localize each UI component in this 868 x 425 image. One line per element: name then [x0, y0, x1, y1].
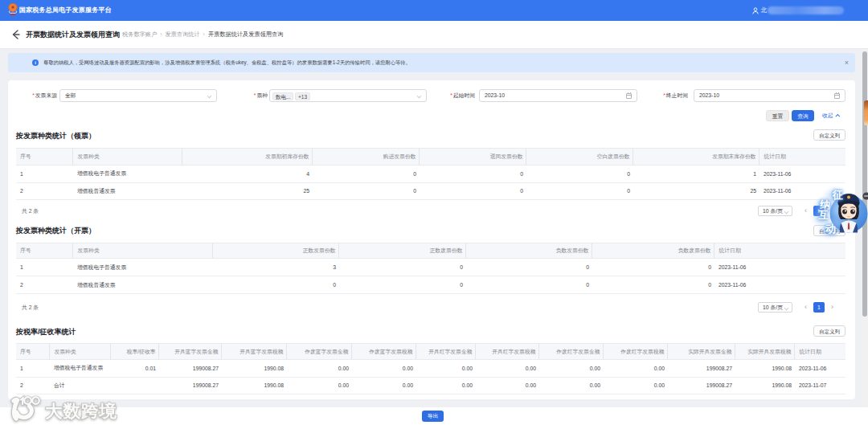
query-button[interactable]: 查询 [792, 110, 814, 121]
cell: 0.00 [286, 360, 351, 378]
back-button[interactable] [10, 28, 20, 41]
cell: 2023-11-06 [794, 360, 845, 378]
cell: 4 [182, 166, 312, 183]
next-page-button[interactable]: › [831, 302, 833, 313]
total-count: 共 2 条 [22, 302, 39, 313]
table-row: 2增值税普通发票00002023-11-06 [16, 276, 845, 294]
invoice-source-select[interactable]: 全部 [59, 89, 217, 102]
page-size-select[interactable]: 10 条/页 [758, 302, 792, 313]
cell: 合计 [49, 377, 110, 394]
table-row: 1增值税电子普通发票30002023-11-06 [16, 259, 845, 276]
table-body: 1增值税电子普通发票30002023-11-062增值税普通发票00002023… [16, 259, 845, 294]
chevron-down-icon [784, 210, 788, 214]
cell: 0.00 [351, 360, 416, 378]
column-header: 退回发票份数 [419, 149, 526, 166]
table-row: 1增值税电子普通发票0.01199008.271990.080.000.000.… [16, 360, 845, 378]
page-title: 开票数据统计及发票领用查询 [26, 21, 120, 48]
cell: 1 [16, 259, 72, 276]
current-page-button[interactable]: 1 [813, 206, 825, 216]
cell: 25 [633, 182, 759, 200]
export-button[interactable]: 导出 [422, 411, 444, 422]
user-icon [752, 7, 759, 14]
chevron-down-icon [784, 306, 788, 310]
table-row: 2合计199008.271990.080.000.000.000.000.000… [16, 377, 845, 394]
column-header: 序号 [16, 243, 72, 259]
table-head: 序号发票种类发票期初库存份数购进发票份数退回发票份数空白废票份数发票期末库存份数… [16, 149, 845, 166]
cell: 增值税电子普通发票 [72, 259, 212, 276]
chevron-up-icon [835, 114, 840, 119]
required-asterisk: * [254, 92, 256, 98]
column-header: 负数废票份数 [592, 243, 714, 259]
scrollbar-thumb[interactable] [862, 51, 867, 317]
section-title-issue: 按发票种类统计（开票） [16, 225, 96, 236]
breadcrumb-separator: › [160, 31, 162, 37]
pagination: 共 2 条 10 条/页 ‹ 1 › [16, 206, 845, 217]
footer-bar: 导出 [0, 407, 868, 425]
cell: 0 [465, 276, 592, 294]
column-header: 开具红字发票税额 [475, 344, 538, 360]
breadcrumb-item[interactable]: 发票查询统计 [165, 31, 199, 38]
cell: 0 [338, 276, 465, 294]
column-header: 税率/征收率 [110, 344, 158, 360]
required-asterisk: * [32, 92, 35, 98]
label-text: 票种 [256, 92, 268, 98]
cell: 0 [592, 276, 714, 294]
prev-page-button[interactable]: ‹ [805, 302, 807, 313]
calendar-icon [834, 93, 840, 99]
page-size-select[interactable]: 10 条/页 [758, 206, 792, 216]
page-size-value: 10 条/页 [763, 208, 783, 214]
column-header: 实际开具发票税额 [735, 344, 794, 360]
column-header: 作废蓝字发票金额 [286, 344, 351, 360]
table-body: 1增值税电子普通发票0.01199008.271990.080.000.000.… [16, 360, 845, 394]
cell: 0 [465, 259, 592, 276]
header-row: 序号发票种类正数发票份数正数废票份数负数发票份数负数废票份数统计日期 [16, 243, 845, 259]
user-info[interactable]: 北 [752, 0, 845, 21]
notice-banner: i 尊敬的纳税人，受网络波动及服务器资源配置的影响，涉及增值税发票管理系统（税务… [8, 53, 855, 72]
breadcrumb-current: 开票数据统计及发票领用查询 [208, 31, 283, 38]
table-head: 序号发票种类税率/征收率开具蓝字发票金额开具蓝字发票税额作废蓝字发票金额作废蓝字… [16, 344, 845, 360]
next-page-button[interactable]: › [831, 206, 833, 216]
current-page-button[interactable]: 1 [813, 302, 825, 313]
end-time-input[interactable]: 2023-10 [694, 89, 845, 102]
column-header: 开具蓝字发票金额 [158, 344, 221, 360]
prev-page-button[interactable]: ‹ [805, 206, 807, 216]
cell [110, 377, 158, 394]
cell: 0 [419, 182, 526, 200]
section-title-receive: 按发票种类统计（领票） [16, 130, 96, 141]
breadcrumb-item[interactable]: 税务数字账户 [122, 31, 157, 38]
column-header: 开具红字发票金额 [416, 344, 475, 360]
cell: 3 [212, 259, 338, 276]
cell: 1990.08 [221, 360, 286, 378]
label-text: 起始时间 [453, 92, 475, 98]
cell: 2023-11-07 [794, 377, 845, 394]
collapse-link[interactable]: 收起 [822, 110, 840, 121]
chevron-down-icon [207, 94, 211, 98]
side-floating-tab[interactable] [864, 100, 868, 125]
column-header: 正数废票份数 [338, 243, 465, 259]
header-row: 序号发票种类税率/征收率开具蓝字发票金额开具蓝字发票税额作废蓝字发票金额作废蓝字… [16, 344, 845, 360]
banner-close-icon[interactable]: × [845, 53, 849, 72]
cell: 0.00 [538, 360, 603, 378]
cell: 0.00 [603, 360, 667, 378]
collapse-label: 收起 [822, 112, 833, 118]
customize-columns-button[interactable]: 自定义列 [813, 129, 845, 141]
cell: 0.00 [416, 377, 475, 394]
label-text: 终止时间 [666, 92, 688, 98]
reset-button[interactable]: 重置 [766, 110, 789, 121]
notice-text: 尊敬的纳税人，受网络波动及服务器资源配置的影响，涉及增值税发票管理系统（税务uk… [43, 53, 411, 72]
start-time-label: *起始时间 [449, 89, 475, 102]
user-name-prefix: 北 [761, 6, 768, 14]
column-header: 空白废票份数 [526, 149, 633, 166]
customize-columns-button[interactable]: 自定义列 [813, 225, 845, 236]
cell: 0 [312, 166, 419, 183]
issue-stats-table: 序号发票种类正数发票份数正数废票份数负数发票份数负数废票份数统计日期1增值税电子… [16, 243, 845, 294]
cell: 增值税电子普通发票 [49, 360, 110, 378]
type-count-tag: +13 [295, 92, 310, 100]
start-time-input[interactable]: 2023-10 [479, 89, 637, 102]
cell: 2023-11-06 [714, 276, 845, 294]
invoice-type-select[interactable]: 数电... +13 [269, 89, 427, 102]
customize-columns-button[interactable]: 自定义列 [813, 325, 845, 337]
table-row: 2增值税普通发票25000252023-11-06 [16, 182, 845, 200]
column-header: 统计日期 [794, 344, 845, 360]
column-header: 序号 [16, 149, 72, 166]
